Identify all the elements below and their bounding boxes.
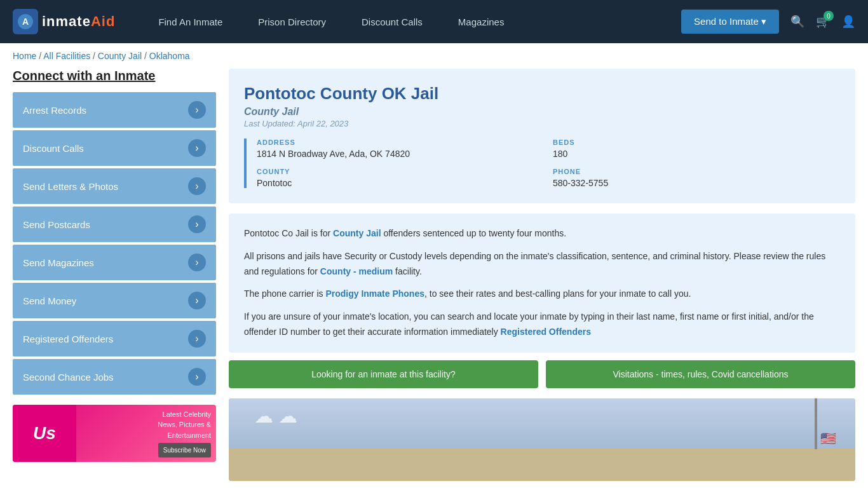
prodigy-link[interactable]: Prodigy Inmate Phones <box>325 288 424 299</box>
logo[interactable]: A inmateAid <box>13 9 115 34</box>
ad-subscribe-button[interactable]: Subscribe Now <box>158 443 211 458</box>
arrow-icon-second-chance-jobs: › <box>188 368 206 386</box>
breadcrumb-sep2: / <box>93 51 98 61</box>
photo-flag: 🇺🇸 <box>820 431 836 446</box>
arrow-icon-send-money: › <box>188 292 206 309</box>
breadcrumb-home[interactable]: Home <box>13 51 36 61</box>
looking-for-inmate-button[interactable]: Looking for an inmate at this facility? <box>229 360 538 388</box>
nav-links: Find An Inmate Prison Directory Discount… <box>140 0 681 43</box>
sidebar-label-send-letters: Send Letters & Photos <box>23 181 118 192</box>
beds-block: BEDS 180 <box>553 139 840 159</box>
nav-prison-directory[interactable]: Prison Directory <box>240 0 344 43</box>
sidebar-label-second-chance-jobs: Second Chance Jobs <box>23 372 114 383</box>
sidebar-label-send-postcards: Send Postcards <box>23 219 90 230</box>
ad-text: Latest CelebrityNews, Pictures &Entertai… <box>76 405 216 462</box>
navbar: A inmateAid Find An Inmate Prison Direct… <box>0 0 868 43</box>
facility-card: Pontotoc County OK Jail County Jail Last… <box>229 69 855 203</box>
logo-text: inmateAid <box>42 13 115 30</box>
nav-magazines[interactable]: Magazines <box>440 0 522 43</box>
arrow-icon-registered-offenders: › <box>188 330 206 348</box>
phone-label: PHONE <box>553 168 840 175</box>
county-jail-link[interactable]: County Jail <box>333 228 381 238</box>
sidebar: Connect with an Inmate Arrest Records › … <box>13 69 216 481</box>
breadcrumb-county-jail[interactable]: County Jail <box>98 51 142 61</box>
description-card: Pontotoc Co Jail is for County Jail offe… <box>229 214 855 353</box>
main-container: Connect with an Inmate Arrest Records › … <box>0 69 868 481</box>
svg-text:A: A <box>22 17 29 27</box>
description-para4: If you are unsure of your inmate's locat… <box>244 309 840 340</box>
arrow-icon-discount-calls: › <box>188 139 206 157</box>
phone-block: PHONE 580-332-5755 <box>553 168 840 188</box>
ad-brand: Us <box>33 423 56 444</box>
sidebar-label-send-money: Send Money <box>23 295 76 306</box>
registered-offenders-link[interactable]: Registered Offenders <box>501 327 591 337</box>
sidebar-label-send-magazines: Send Magazines <box>23 257 94 268</box>
county-block: COUNTY Pontotoc <box>257 168 544 188</box>
visitations-button[interactable]: Visitations - times, rules, Covid cancel… <box>546 360 855 388</box>
county-medium-link[interactable]: County - medium <box>320 266 393 276</box>
sidebar-title: Connect with an Inmate <box>13 69 216 83</box>
description-para1: Pontotoc Co Jail is for County Jail offe… <box>244 226 840 241</box>
sidebar-label-registered-offenders: Registered Offenders <box>23 334 113 344</box>
sidebar-item-send-magazines[interactable]: Send Magazines › <box>13 245 216 280</box>
send-to-inmate-button[interactable]: Send to Inmate ▾ <box>681 10 779 34</box>
cart-wrapper[interactable]: 🛒 0 <box>816 15 830 29</box>
sidebar-item-arrest-records[interactable]: Arrest Records › <box>13 92 216 128</box>
sidebar-item-send-letters[interactable]: Send Letters & Photos › <box>13 168 216 204</box>
phone-value: 580-332-5755 <box>553 178 840 188</box>
search-icon[interactable]: 🔍 <box>790 15 804 29</box>
beds-label: BEDS <box>553 139 840 146</box>
arrow-icon-arrest-records: › <box>188 101 206 119</box>
beds-value: 180 <box>553 149 840 159</box>
photo-clouds: ☁ ☁ <box>254 405 297 427</box>
nav-discount-calls[interactable]: Discount Calls <box>344 0 440 43</box>
content: Pontotoc County OK Jail County Jail Last… <box>229 69 855 481</box>
user-icon[interactable]: 👤 <box>841 15 855 29</box>
info-grid: ADDRESS 1814 N Broadway Ave, Ada, OK 748… <box>244 139 840 188</box>
action-buttons: Looking for an inmate at this facility? … <box>229 360 855 388</box>
facility-name: Pontotoc County OK Jail <box>244 84 840 104</box>
arrow-icon-send-postcards: › <box>188 215 206 233</box>
description-para3: The phone carrier is Prodigy Inmate Phon… <box>244 287 840 302</box>
county-label: COUNTY <box>257 168 544 175</box>
county-value: Pontotoc <box>257 178 544 188</box>
sidebar-item-registered-offenders[interactable]: Registered Offenders › <box>13 321 216 356</box>
description-para2: All prisons and jails have Security or C… <box>244 249 840 280</box>
address-block: ADDRESS 1814 N Broadway Ave, Ada, OK 748… <box>257 139 544 159</box>
breadcrumb: Home / All Facilities / County Jail / Ok… <box>0 43 868 69</box>
sidebar-label-discount-calls: Discount Calls <box>23 143 84 154</box>
facility-updated: Last Updated: April 22, 2023 <box>244 119 840 128</box>
sidebar-label-arrest-records: Arrest Records <box>23 105 86 116</box>
sidebar-item-send-money[interactable]: Send Money › <box>13 283 216 318</box>
sidebar-item-discount-calls[interactable]: Discount Calls › <box>13 130 216 166</box>
arrow-icon-send-magazines: › <box>188 254 206 271</box>
sidebar-item-second-chance-jobs[interactable]: Second Chance Jobs › <box>13 359 216 395</box>
arrow-icon-send-letters: › <box>188 177 206 195</box>
nav-right: Send to Inmate ▾ 🔍 🛒 0 👤 <box>681 10 855 34</box>
breadcrumb-all-facilities[interactable]: All Facilities <box>43 51 90 61</box>
facility-type: County Jail <box>244 106 840 118</box>
photo-building <box>229 448 855 481</box>
breadcrumb-sep3: / <box>144 51 149 61</box>
logo-icon: A <box>13 9 38 34</box>
facility-photo: 🇺🇸 ☁ ☁ <box>229 398 855 481</box>
address-value: 1814 N Broadway Ave, Ada, OK 74820 <box>257 149 544 159</box>
breadcrumb-state[interactable]: Oklahoma <box>149 51 190 61</box>
sidebar-ad[interactable]: Us Latest CelebrityNews, Pictures &Enter… <box>13 405 216 462</box>
photo-pole <box>815 398 817 449</box>
nav-find-inmate[interactable]: Find An Inmate <box>140 0 240 43</box>
sidebar-item-send-postcards[interactable]: Send Postcards › <box>13 207 216 242</box>
ad-description: Latest CelebrityNews, Pictures &Entertai… <box>158 410 211 439</box>
cart-badge: 0 <box>824 11 834 21</box>
address-label: ADDRESS <box>257 139 544 146</box>
